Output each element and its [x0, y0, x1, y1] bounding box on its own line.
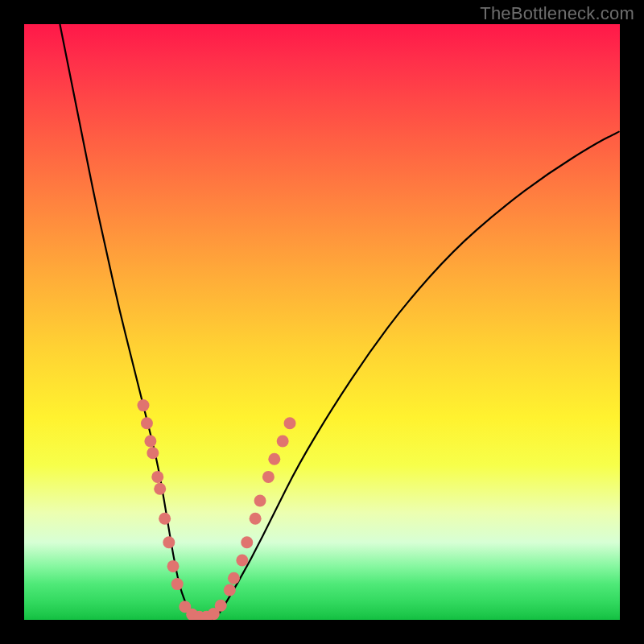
marker-dot [141, 417, 153, 429]
marker-group [138, 399, 296, 620]
marker-dot [228, 572, 240, 584]
marker-dot [147, 447, 159, 459]
marker-dot [163, 536, 175, 548]
marker-dot [138, 399, 150, 411]
marker-dot [254, 495, 266, 507]
marker-dot [167, 560, 180, 572]
marker-dot [171, 578, 184, 590]
marker-dot [284, 417, 296, 429]
marker-dot [151, 471, 163, 483]
marker-dot [262, 471, 275, 483]
marker-dot [268, 453, 280, 465]
curve-layer [24, 24, 620, 620]
marker-dot [236, 555, 248, 567]
marker-dot [241, 536, 253, 548]
marker-dot [250, 513, 262, 525]
chart-frame: TheBottleneck.com [0, 0, 644, 644]
marker-dot [215, 600, 227, 612]
marker-dot [224, 584, 236, 597]
marker-dot [154, 483, 166, 495]
plot-area [24, 24, 620, 620]
marker-dot [277, 436, 289, 448]
marker-dot [144, 436, 156, 448]
bottleneck-curve [60, 24, 620, 620]
marker-dot [159, 513, 171, 525]
watermark-text: TheBottleneck.com [480, 3, 634, 24]
